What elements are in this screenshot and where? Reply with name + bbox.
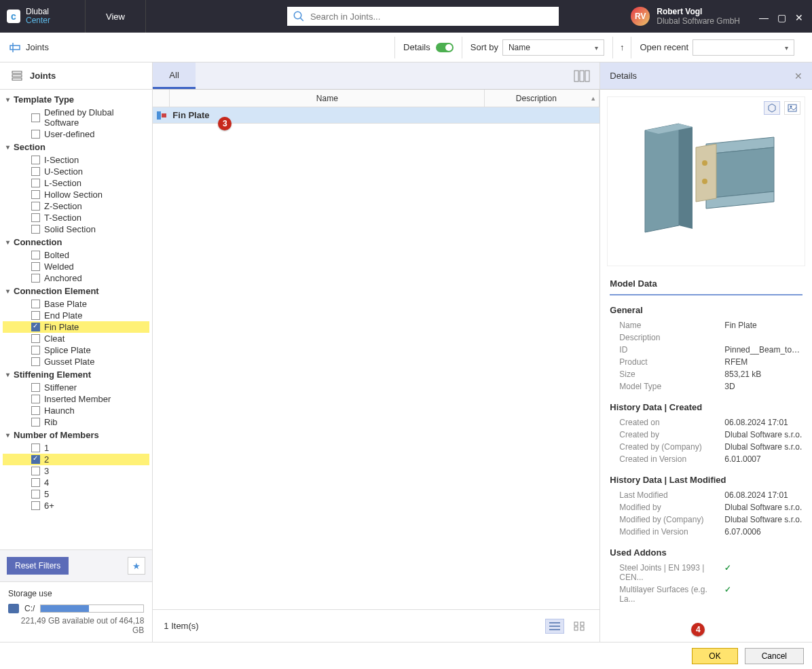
filter-item[interactable]: Gusset Plate [3, 356, 149, 367]
filter-item[interactable]: I-Section [3, 154, 149, 166]
filter-item[interactable]: User-defined [3, 128, 149, 140]
storage-text: 221,49 GB available out of 464,18 GB [8, 616, 144, 635]
details-title: Details [610, 71, 637, 81]
filter-item[interactable]: 1 2 [3, 442, 149, 454]
filter-item[interactable]: Bolted [3, 249, 149, 261]
sort-direction[interactable]: ↑ [612, 37, 631, 58]
table-row[interactable]: Fin Plate 3 [153, 107, 599, 124]
filter-item[interactable]: Z-Section [3, 200, 149, 212]
svg-marker-21 [645, 124, 679, 232]
filter-item[interactable]: L-Section [3, 177, 149, 189]
filter-item[interactable]: Solid Section [3, 223, 149, 235]
filter-item[interactable]: Haunch [3, 405, 149, 416]
toggle-switch[interactable] [436, 43, 454, 52]
ok-button[interactable]: OK 4 [692, 648, 737, 664]
svg-rect-8 [580, 71, 584, 82]
filter-item-members-2[interactable]: 2 [3, 454, 149, 465]
joint-row-icon [156, 111, 167, 120]
dialog-buttons: OK 4 Cancel [0, 642, 812, 669]
filter-item[interactable]: T-Section [3, 212, 149, 223]
row-name: Fin Plate [170, 110, 485, 120]
filter-item-fin-plate[interactable]: Fin Plate [3, 321, 149, 333]
preview-3d-icon[interactable] [764, 101, 780, 115]
sidebar-header: Joints [0, 62, 152, 90]
sortby-select[interactable]: Name [502, 39, 604, 56]
tab-all[interactable]: All [153, 62, 195, 89]
filter-item[interactable]: Inserted Member [3, 393, 149, 405]
filter-item[interactable]: Splice Plate [3, 344, 149, 356]
cancel-button[interactable]: Cancel [745, 648, 804, 664]
group-section[interactable]: ▾Section [3, 140, 149, 154]
filter-item[interactable]: Hollow Section [3, 189, 149, 200]
filter-item[interactable]: Cleat [3, 333, 149, 344]
col-desc[interactable]: Description [485, 90, 587, 107]
filter-item[interactable]: 4 [3, 477, 149, 488]
window-controls: — ▢ ✕ [751, 10, 812, 23]
svg-rect-16 [580, 622, 584, 626]
dlubal-icon: c [7, 10, 20, 23]
group-template-type[interactable]: ▾Template Type [3, 92, 149, 107]
sidebar: Joints ▾Template Type Defined by Dlubal … [0, 62, 153, 642]
group-conn-element[interactable]: ▾Connection Element [3, 284, 149, 298]
details-panel: Details ✕ Model Data Ge [599, 62, 812, 642]
menu-view[interactable]: View [86, 0, 146, 33]
filter-item[interactable]: 3 [3, 465, 149, 477]
filter-tree: ▾Template Type Defined by Dlubal Softwar… [0, 90, 152, 549]
svg-rect-9 [585, 71, 589, 82]
open-recent-label: Open recent [640, 42, 688, 52]
details-toggle[interactable]: Details [394, 37, 462, 58]
user-company: Dlubal Software GmbH [657, 16, 740, 26]
group-connection[interactable]: ▾Connection [3, 235, 149, 249]
model-data-title: Model Data [600, 273, 812, 294]
toolbar: Joints Details Sort by Name ↑ Open recen… [0, 33, 812, 62]
app-header: c Dlubal Center View RV Robert Vogl Dlub… [0, 0, 812, 33]
center-footer: 1 Item(s) [153, 609, 599, 642]
search-icon [293, 10, 305, 22]
user-area[interactable]: RV Robert Vogl Dlubal Software GmbH [620, 7, 751, 26]
filter-item[interactable]: Defined by Dlubal Software [3, 107, 149, 128]
svg-rect-17 [574, 627, 578, 630]
filter-item[interactable]: U-Section [3, 166, 149, 177]
item-count: 1 Item(s) [164, 621, 198, 631]
svg-point-20 [790, 106, 792, 108]
favorite-button[interactable]: ★ [128, 557, 145, 575]
storage-title: Storage use [8, 589, 144, 598]
group-stiffening[interactable]: ▾Stiffening Element [3, 367, 149, 382]
filter-item[interactable]: Base Plate [3, 298, 149, 310]
svg-rect-5 [12, 75, 22, 77]
col-name[interactable]: Name [170, 90, 485, 107]
filter-item[interactable]: 6+ [3, 500, 149, 511]
filter-item[interactable]: 5 [3, 488, 149, 500]
maximize-icon[interactable]: ▢ [775, 12, 788, 23]
model-preview [618, 110, 794, 253]
filter-item[interactable]: Anchored [3, 272, 149, 284]
svg-rect-10 [157, 111, 161, 120]
disk-icon [8, 604, 19, 613]
columns-config-icon[interactable] [564, 62, 599, 89]
minimize-icon[interactable]: — [758, 12, 770, 23]
svg-point-0 [294, 12, 301, 19]
group-members[interactable]: ▾Number of Members [3, 428, 149, 442]
sortby-label: Sort by [470, 42, 498, 52]
svg-rect-11 [162, 113, 166, 117]
view-grid-icon[interactable] [570, 619, 589, 634]
svg-point-28 [702, 160, 707, 166]
close-icon[interactable]: ✕ [793, 12, 805, 23]
svg-rect-7 [574, 71, 578, 82]
svg-rect-15 [574, 622, 578, 626]
filter-item[interactable]: End Plate 1 [3, 310, 149, 321]
view-list-icon[interactable] [545, 619, 564, 634]
close-details-icon[interactable]: ✕ [794, 71, 802, 82]
open-recent-select[interactable] [693, 39, 794, 56]
filter-item[interactable]: Welded [3, 261, 149, 272]
breadcrumb: Joints [26, 42, 49, 52]
reset-filters-button[interactable]: Reset Filters [7, 557, 69, 575]
preview-image-icon[interactable] [784, 101, 800, 115]
filter-item[interactable]: Stiffener [3, 382, 149, 393]
svg-rect-4 [12, 71, 22, 73]
chevron-down-icon [785, 42, 788, 52]
avatar: RV [631, 7, 650, 26]
search-input[interactable] [287, 7, 559, 26]
svg-line-1 [300, 18, 303, 21]
filter-item[interactable]: Rib [3, 416, 149, 428]
